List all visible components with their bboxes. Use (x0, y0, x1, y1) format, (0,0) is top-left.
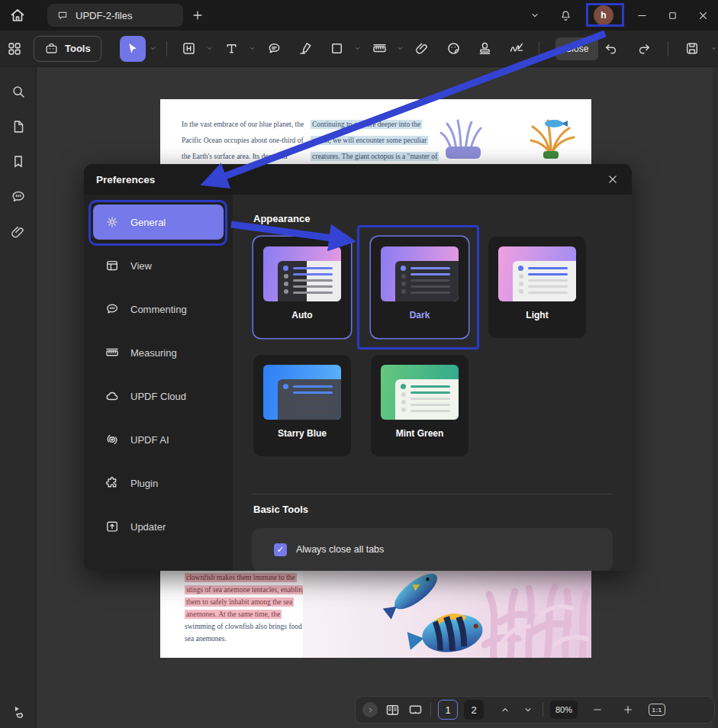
cursor-select-tool-button[interactable] (120, 36, 146, 62)
save-dropdown-chevron-icon[interactable] (710, 44, 718, 53)
page-button-2[interactable]: 2 (464, 700, 484, 720)
document-text-line: Pacific Ocean occupies about one-third o… (182, 133, 304, 149)
home-icon (8, 6, 27, 24)
redo-button[interactable] (631, 36, 657, 62)
document-text-line: clownfish makes them immune to the (185, 572, 310, 584)
theme-card-starry-blue[interactable]: Starry Blue (253, 355, 351, 456)
sidebar-comments-button[interactable] (10, 188, 27, 205)
account-button[interactable]: h (585, 3, 622, 27)
scrollbar-track[interactable] (713, 67, 718, 728)
toolbar-tools-group (120, 36, 543, 62)
preferences-dialog: Preferences GeneralViewCommentingMeasuri… (84, 164, 632, 571)
actual-size-button[interactable]: 1:1 (649, 704, 665, 716)
document-text-line: sea anemones. (185, 633, 310, 645)
stamp-tool-button[interactable] (472, 36, 498, 62)
preferences-close-button[interactable] (606, 172, 620, 186)
nav-item-label: General (130, 217, 166, 228)
text-tool-button[interactable] (219, 36, 245, 62)
pdf-page-bottom[interactable]: clownfish makes them immune to thestings… (160, 569, 591, 658)
pdf-page-top[interactable]: In the vast embrace of our blue planet, … (160, 99, 591, 164)
section-divider (252, 494, 613, 494)
preferences-title: Preferences (96, 174, 155, 185)
updf-ai-icon (105, 432, 120, 447)
redo-icon (636, 41, 652, 56)
sidebar-page-thumbnails-button[interactable] (10, 118, 27, 135)
document-text-line: creatures. The giant octopus is a "maste… (311, 149, 439, 164)
sidebar-attachment-button[interactable] (10, 224, 27, 240)
file-tab-title: UPDF-2-files (76, 10, 132, 21)
shape-square-tool-button[interactable] (324, 36, 350, 62)
chevron-down-icon (529, 9, 541, 21)
zoom-in-button[interactable] (620, 702, 636, 718)
nav-item-updf-cloud[interactable]: UPDF Cloud (93, 378, 224, 414)
theme-label: Starry Blue (278, 428, 327, 439)
maximize-button[interactable] (657, 0, 687, 31)
statusbar-divider (430, 703, 431, 717)
toolbar-divider (166, 41, 167, 56)
zoom-level-value[interactable]: 80% (550, 701, 578, 719)
signature-tool-button[interactable] (504, 36, 530, 62)
nav-item-updater[interactable]: Updater (93, 509, 224, 544)
preferences-header: Preferences (84, 164, 632, 195)
document-text-line: ocean, we will encounter some peculiar (311, 133, 439, 149)
page-layout-button[interactable] (385, 702, 401, 718)
nav-item-view[interactable]: View (93, 248, 224, 283)
apps-grid-button[interactable] (6, 36, 23, 62)
save-button[interactable] (679, 36, 705, 62)
theme-grid: AutoDarkLightStarry BlueMint Green (253, 237, 586, 456)
document-text-line: Continuing to explore deeper into the (311, 117, 439, 133)
new-tab-button[interactable] (191, 8, 204, 22)
nav-item-label: Commenting (130, 304, 187, 315)
cursor-select-dropdown-chevron-icon[interactable] (149, 44, 157, 53)
measure-ruler-dropdown-chevron-icon[interactable] (396, 44, 404, 53)
previous-page-button[interactable] (497, 702, 513, 718)
nav-item-updf-ai[interactable]: UPDF AI (93, 422, 224, 457)
file-tab[interactable]: UPDF-2-files (47, 4, 183, 27)
presentation-button[interactable] (407, 702, 423, 718)
close-window-button[interactable] (687, 0, 718, 31)
sea-creatures-image (435, 113, 588, 160)
minimize-icon (636, 9, 649, 22)
sticker-tool-button[interactable] (441, 36, 467, 62)
nav-item-label: Plugin (130, 478, 158, 489)
theme-card-dark[interactable]: Dark (371, 237, 468, 338)
sidebar-search-button[interactable] (10, 83, 27, 100)
minus-icon (591, 704, 604, 716)
comment-tool-button[interactable] (262, 36, 288, 62)
notifications-button[interactable] (550, 0, 581, 31)
titlebar-more-button[interactable] (520, 0, 550, 31)
undo-button[interactable] (598, 36, 624, 62)
updf-logo (10, 703, 27, 720)
nav-item-plugin[interactable]: Plugin (93, 465, 224, 501)
attachment-tool-button[interactable] (410, 36, 436, 62)
nav-item-commenting[interactable]: Commenting (93, 292, 224, 327)
tools-button[interactable]: Tools (34, 36, 101, 62)
theme-card-auto[interactable]: Auto (253, 237, 351, 338)
plugin-icon (105, 475, 120, 491)
left-sidebar (0, 67, 37, 728)
sidebar-bookmark-button[interactable] (10, 153, 27, 170)
theme-card-mint-green[interactable]: Mint Green (371, 355, 468, 456)
nav-item-general[interactable]: General (93, 205, 224, 240)
home-button[interactable] (8, 5, 27, 25)
edit-header-tool-button[interactable] (176, 36, 202, 62)
titlebar-right: h (520, 0, 718, 31)
highlighter-tool-button[interactable] (293, 36, 319, 62)
close-document-button[interactable]: Close (555, 37, 599, 60)
page-button-1[interactable]: 1 (438, 700, 458, 720)
measure-ruler-tool-button[interactable] (367, 36, 393, 62)
preferences-content: Appearance AutoDarkLightStarry BlueMint … (233, 195, 632, 571)
theme-card-light[interactable]: Light (488, 237, 586, 338)
text-dropdown-chevron-icon[interactable] (248, 44, 256, 53)
nav-item-measuring[interactable]: Measuring (93, 335, 224, 370)
toolbar-divider (539, 41, 539, 56)
basic-tools-panel: ✓ Always close all tabs (252, 528, 613, 571)
zoom-out-button[interactable] (589, 702, 605, 718)
edit-header-dropdown-chevron-icon[interactable] (205, 44, 214, 53)
shape-square-dropdown-chevron-icon[interactable] (353, 44, 362, 53)
avatar[interactable]: h (594, 5, 613, 25)
minimize-button[interactable] (626, 0, 657, 31)
expand-panel-button[interactable] (362, 702, 378, 717)
next-page-button[interactable] (520, 702, 536, 718)
always-close-all-tabs-checkbox[interactable]: ✓ (274, 543, 287, 556)
